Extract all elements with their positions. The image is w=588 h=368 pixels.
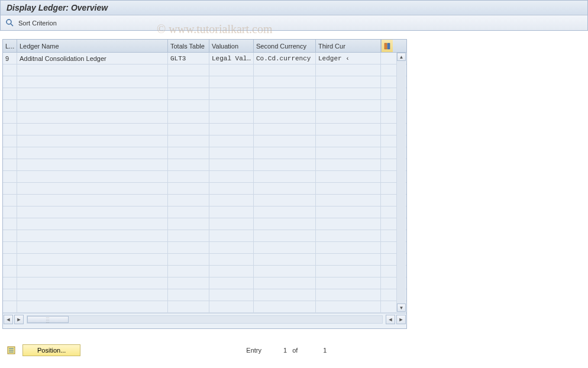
table-row[interactable]	[3, 64, 406, 76]
table-row[interactable]	[3, 230, 406, 242]
table-row[interactable]	[3, 183, 406, 195]
col-header-second[interactable]: Second Currency	[254, 40, 316, 52]
cell-name: Additnal Consolidation Ledger	[17, 53, 168, 64]
table-row[interactable]	[3, 301, 406, 313]
table-row[interactable]	[3, 206, 406, 218]
entry-label: Entry	[246, 347, 261, 354]
entry-total: 1	[303, 347, 327, 354]
toolbar: Sort Criterion	[0, 15, 588, 31]
position-button[interactable]: Position...	[22, 344, 80, 356]
table-config-icon[interactable]	[381, 40, 393, 52]
scroll-up-icon[interactable]: ▲	[397, 53, 406, 61]
svg-rect-2	[385, 43, 387, 49]
hscroll-thumb[interactable]	[27, 316, 69, 323]
col-header-third[interactable]: Third Cur	[316, 40, 381, 52]
table-row[interactable]	[3, 289, 406, 301]
cell-spacer	[381, 53, 393, 64]
cell-third: Ledger ‹	[316, 53, 381, 64]
svg-line-1	[11, 24, 13, 26]
table-row[interactable]	[3, 112, 406, 124]
position-button-label: Position...	[37, 347, 66, 354]
hscroll-track[interactable]	[27, 315, 383, 324]
scroll-left2-icon[interactable]: ◄	[386, 315, 395, 324]
svg-point-0	[7, 20, 11, 24]
table-row[interactable]	[3, 88, 406, 100]
table-row[interactable]	[3, 195, 406, 206]
col-header-totals[interactable]: Totals Table	[168, 40, 209, 52]
table-row[interactable]	[3, 266, 406, 277]
col-header-valuation[interactable]: Valuation	[209, 40, 254, 52]
table-row[interactable]	[3, 147, 406, 159]
table-row[interactable]	[3, 100, 406, 112]
vertical-scrollbar[interactable]: ▲ ▼	[396, 53, 406, 312]
table-row[interactable]	[3, 159, 406, 171]
page-title: Display Ledger: Overview	[7, 3, 108, 12]
table-row[interactable]	[3, 135, 406, 147]
col-header-l[interactable]: L...	[3, 40, 17, 52]
table-row[interactable]	[3, 277, 406, 289]
entry-current: 1	[263, 347, 287, 354]
cell-valuation: Legal Val…	[209, 53, 254, 64]
table-row[interactable]	[3, 124, 406, 135]
sort-criterion-label[interactable]: Sort Criterion	[18, 20, 57, 27]
table-header: L... Ledger Name Totals Table Valuation …	[3, 40, 406, 53]
horizontal-scrollbar: ◄ ► ◄ ►	[3, 313, 406, 325]
col-header-name[interactable]: Ledger Name	[17, 40, 168, 52]
entry-indicator: Entry 1 of 1	[246, 347, 327, 354]
scroll-down-icon[interactable]: ▼	[397, 304, 406, 312]
table-row[interactable]	[3, 171, 406, 183]
scroll-right2-icon[interactable]: ►	[396, 315, 406, 324]
table-row[interactable]: 9 Additnal Consolidation Ledger GLT3 Leg…	[3, 53, 406, 64]
table-row[interactable]	[3, 242, 406, 254]
cell-l: 9	[3, 53, 17, 64]
sort-icon[interactable]	[5, 18, 15, 28]
cell-totals: GLT3	[168, 53, 209, 64]
table-row[interactable]	[3, 76, 406, 88]
table-body: 9 Additnal Consolidation Ledger GLT3 Leg…	[3, 53, 406, 313]
title-bar: Display Ledger: Overview	[0, 0, 588, 15]
table-row[interactable]	[3, 218, 406, 230]
position-icon[interactable]	[6, 345, 17, 356]
svg-rect-3	[387, 43, 390, 49]
scroll-left-icon[interactable]: ◄	[4, 315, 13, 324]
cell-second: Co.Cd.currency	[254, 53, 316, 64]
ledger-table: L... Ledger Name Totals Table Valuation …	[2, 39, 407, 329]
scroll-right-icon[interactable]: ►	[14, 315, 24, 324]
footer: Position... Entry 1 of 1	[0, 344, 588, 356]
table-row[interactable]	[3, 254, 406, 266]
entry-of: of	[292, 347, 298, 354]
